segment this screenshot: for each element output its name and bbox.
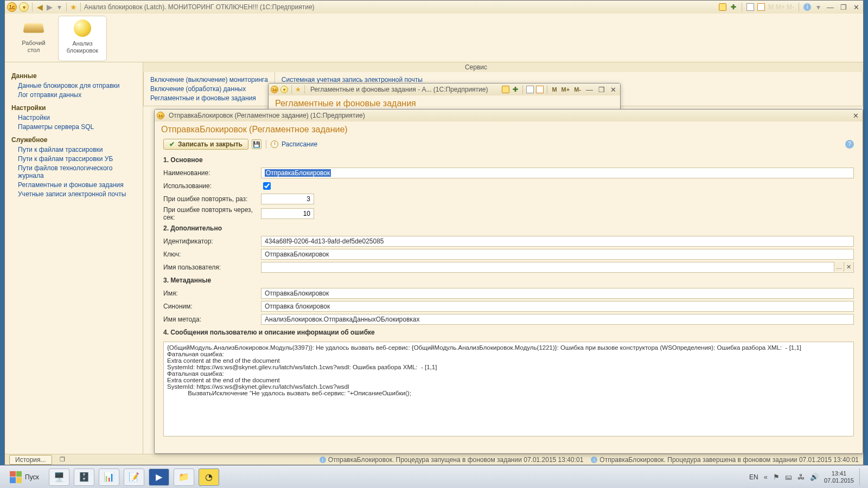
task-sql[interactable]: 📊 xyxy=(99,468,119,486)
info-icon: i xyxy=(591,457,597,463)
app-icon[interactable]: 1с xyxy=(157,112,164,119)
system-tray: EN « ⚑ 🖴 🖧 🔊 13:41 07.01.2015 xyxy=(749,468,864,486)
name-input[interactable]: ОтправкаБлокировок xyxy=(261,168,854,178)
add-icon[interactable]: ✚ xyxy=(512,86,519,93)
sidebar-link[interactable]: Лог отправки данных xyxy=(18,91,136,99)
calculator-icon[interactable] xyxy=(746,3,754,11)
help-dropdown-icon[interactable]: ▾ xyxy=(814,3,822,11)
calculator-icon[interactable] xyxy=(526,86,534,93)
close-button[interactable]: ✕ xyxy=(609,86,618,94)
minimize-button[interactable]: — xyxy=(584,86,595,94)
m-button[interactable]: M M+ M- xyxy=(768,3,794,11)
section-header: 1. Основное xyxy=(163,156,854,164)
retry-count-input[interactable] xyxy=(261,194,314,204)
history-button[interactable]: История... xyxy=(9,455,52,465)
section-desktop[interactable]: Рабочий стол xyxy=(9,16,58,61)
tray-network-icon[interactable]: 🖧 xyxy=(797,473,805,481)
favorites-list-icon[interactable] xyxy=(719,3,726,11)
nav-back-icon[interactable]: ◀ xyxy=(36,3,43,11)
task-1c[interactable]: ◔ xyxy=(199,468,219,486)
tray-clock[interactable]: 13:41 07.01.2015 xyxy=(824,470,854,483)
service-link[interactable]: Регламентные и фоновые задания xyxy=(150,94,268,102)
task-powershell[interactable]: ▶ xyxy=(149,468,169,486)
close-button[interactable]: ✕ xyxy=(851,112,860,120)
task-explorer[interactable]: 🖥️ xyxy=(49,468,69,486)
close-button[interactable]: ✕ xyxy=(852,3,861,11)
sidebar-link[interactable]: Пути файлов технологического журнала xyxy=(18,164,136,179)
section-toolbar: Рабочий стол Анализ блокировок xyxy=(5,14,863,62)
sidebar-link[interactable]: Настройки xyxy=(18,114,136,121)
method-input[interactable] xyxy=(261,314,854,325)
sidebar-group: Настройки xyxy=(11,104,136,112)
field-label: Синоним: xyxy=(163,303,261,310)
section-analysis[interactable]: Анализ блокировок xyxy=(58,16,107,61)
field-label: Имя пользователя: xyxy=(163,264,261,271)
save-button[interactable]: 💾 xyxy=(252,139,261,149)
sidebar-link[interactable]: Пути к файлам трассировки xyxy=(18,146,136,153)
start-button[interactable]: Пуск xyxy=(4,470,44,485)
key-input[interactable] xyxy=(261,249,854,260)
maximize-button[interactable]: ❐ xyxy=(597,86,607,94)
separator xyxy=(742,3,742,11)
tray-expand-icon[interactable]: « xyxy=(764,473,768,481)
section-label: стол xyxy=(28,47,40,54)
sidebar-link[interactable]: Данные блокировок для отправки xyxy=(18,82,136,89)
task-files[interactable]: 📁 xyxy=(174,468,194,486)
info-icon: i xyxy=(320,457,326,463)
task-editor[interactable]: 📝 xyxy=(124,468,144,486)
meta-name-input[interactable] xyxy=(261,288,854,299)
separator xyxy=(266,140,266,149)
username-input[interactable] xyxy=(261,262,854,273)
m-button[interactable]: M xyxy=(551,86,558,93)
clear-button[interactable]: ✕ xyxy=(844,262,853,272)
use-checkbox[interactable] xyxy=(263,182,271,190)
save-and-close-button[interactable]: ✔ Записать и закрыть xyxy=(163,139,248,150)
language-indicator[interactable]: EN xyxy=(749,473,758,481)
desk-icon xyxy=(23,23,44,33)
error-textarea[interactable]: {ОбщийМодуль.АнализБлокировок.Модуль(339… xyxy=(163,342,854,436)
tray-device-icon[interactable]: 🖴 xyxy=(785,473,792,481)
calendar-icon[interactable] xyxy=(536,86,544,93)
retry-interval-input[interactable] xyxy=(261,208,314,219)
m-minus-button[interactable]: M- xyxy=(573,86,582,93)
help-icon[interactable]: i xyxy=(803,3,811,11)
button-label: Записать и закрыть xyxy=(178,140,242,148)
app-menu-icon[interactable]: 1с xyxy=(7,2,17,12)
service-link[interactable]: Системная учетная запись электронной поч… xyxy=(282,76,423,84)
minimize-button[interactable]: — xyxy=(825,3,835,11)
app-icon[interactable]: 1с xyxy=(271,86,278,93)
help-icon[interactable]: ? xyxy=(845,140,854,149)
tray-flag-icon[interactable]: ⚑ xyxy=(773,473,780,481)
show-desktop-button[interactable] xyxy=(859,468,864,486)
separator xyxy=(522,85,523,94)
sidebar-link[interactable]: Пути к файлам трассировки УБ xyxy=(18,155,136,163)
m-plus-button[interactable]: M+ xyxy=(560,86,571,93)
identifier-input[interactable] xyxy=(261,236,854,247)
dropdown-icon[interactable]: ▾ xyxy=(19,2,29,12)
favorite-icon[interactable]: ★ xyxy=(295,86,301,93)
service-link[interactable]: Включение (выключение) мониторинга xyxy=(150,76,268,84)
favorite-icon[interactable]: ★ xyxy=(70,3,77,11)
service-link[interactable]: Включение (обработка) данных xyxy=(150,85,268,93)
nav-fwd-icon[interactable]: ▶ xyxy=(46,3,53,11)
nav-dropdown-icon[interactable]: ▾ xyxy=(55,3,63,11)
window-title: ОтправкаБлокировок (Регламентное задание… xyxy=(169,112,365,119)
windows-icon[interactable]: ❐ xyxy=(58,455,67,465)
field-label: Имя: xyxy=(163,290,261,297)
maximize-button[interactable]: ❐ xyxy=(839,3,848,11)
select-button[interactable]: … xyxy=(834,262,844,272)
sidebar-link[interactable]: Регламентные и фоновые задания xyxy=(18,181,136,189)
dropdown-icon[interactable]: ▾ xyxy=(280,86,288,93)
tray-sound-icon[interactable]: 🔊 xyxy=(810,473,819,481)
favorites-icon[interactable] xyxy=(502,86,509,93)
add-icon[interactable]: ✚ xyxy=(730,3,737,11)
form-body: 1. Основное Наименование: ОтправкаБлокир… xyxy=(155,156,863,438)
separator xyxy=(291,85,292,94)
schedule-link[interactable]: Расписание xyxy=(282,140,317,148)
section-header: 2. Дополнительно xyxy=(163,224,854,232)
task-server[interactable]: 🗄️ xyxy=(74,468,94,486)
sidebar-link[interactable]: Учетные записи электронной почты xyxy=(18,190,136,198)
calendar-icon[interactable] xyxy=(757,3,765,11)
sidebar-link[interactable]: Параметры сервера SQL xyxy=(18,123,136,131)
synonym-input[interactable] xyxy=(261,301,854,312)
